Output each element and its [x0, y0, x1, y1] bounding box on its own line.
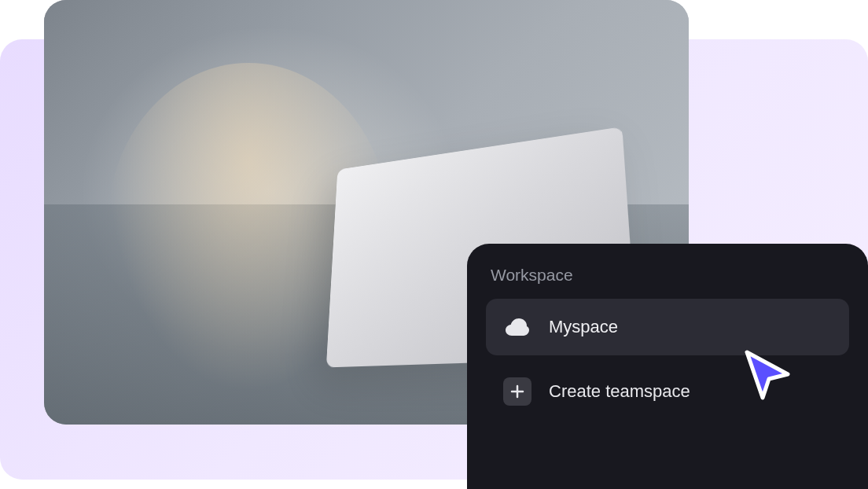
cloud-icon	[503, 313, 531, 341]
workspace-menu-header: Workspace	[486, 266, 849, 285]
plus-icon	[503, 377, 531, 406]
workspace-item-label: Myspace	[549, 317, 618, 337]
workspace-menu: Workspace Myspace Create teamspace	[467, 244, 868, 489]
cursor-pointer-icon	[737, 346, 797, 406]
workspace-item-label: Create teamspace	[549, 381, 690, 402]
